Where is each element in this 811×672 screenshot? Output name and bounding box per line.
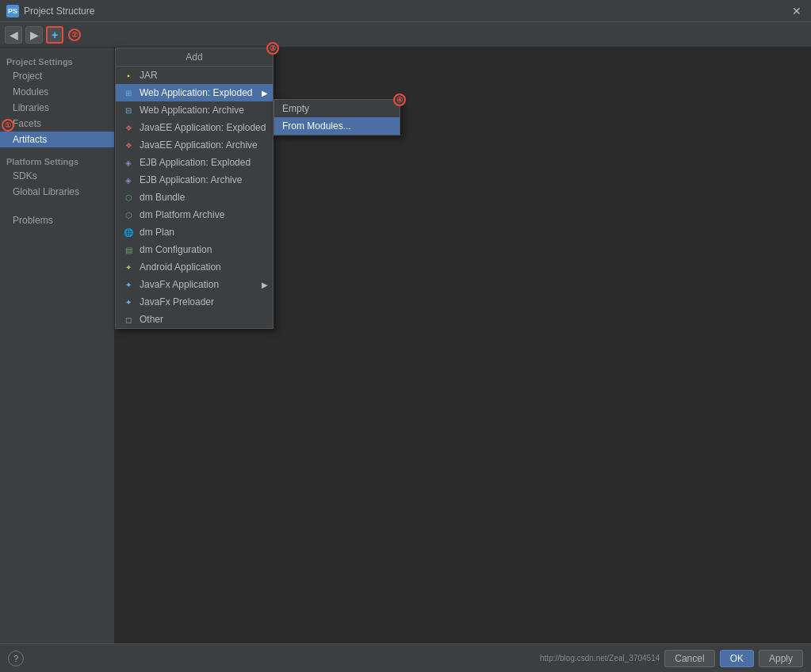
main-layout: ① Project Settings Project Modules Libra…: [0, 48, 811, 643]
add-artifact-button[interactable]: +: [46, 26, 63, 44]
menu-item-dm-config[interactable]: ▤ dm Configuration: [116, 241, 273, 258]
android-icon: ✦: [122, 261, 135, 273]
annotation-1: ①: [2, 119, 14, 132]
back-icon: ◀: [10, 29, 18, 41]
dm-bundle-icon: ⬡: [122, 191, 135, 204]
web-exploded-icon: ⊞: [122, 86, 135, 99]
annotation-3: ③: [266, 42, 279, 55]
menu-item-dm-platform[interactable]: ⬡ dm Platform Archive: [116, 206, 273, 223]
sidebar-item-problems[interactable]: Problems: [0, 212, 114, 228]
submenu-arrow: ▶: [262, 89, 268, 97]
url-text: http://blog.csdn.net/Zeal_3704514: [540, 654, 660, 662]
dm-plan-icon: 🌐: [122, 226, 135, 239]
forward-button[interactable]: ▶: [25, 26, 43, 44]
menu-item-dm-bundle[interactable]: ⬡ dm Bundle: [116, 189, 273, 206]
menu-item-dm-plan[interactable]: 🌐 dm Plan: [116, 223, 273, 241]
web-exploded-submenu: ④ Empty From Modules...: [274, 99, 400, 136]
title-bar-left: PS Project Structure: [6, 5, 94, 17]
menu-item-jar[interactable]: ▪ JAR: [116, 67, 273, 84]
add-icon: +: [52, 29, 58, 41]
menu-item-other[interactable]: ◻ Other: [116, 311, 273, 328]
sidebar-item-sdks[interactable]: SDKs: [0, 168, 114, 184]
menu-item-android[interactable]: ✦ Android Application: [116, 258, 273, 276]
other-icon: ◻: [122, 313, 135, 326]
back-button[interactable]: ◀: [5, 26, 22, 44]
cancel-button[interactable]: Cancel: [664, 650, 714, 667]
menu-item-javafx-preloader[interactable]: ✦ JavaFx Preloader: [116, 293, 273, 311]
javafx-arrow: ▶: [262, 281, 268, 289]
sidebar-item-modules[interactable]: Modules: [0, 84, 114, 100]
javaee-exploded-icon: ❖: [122, 121, 135, 134]
apply-button[interactable]: Apply: [759, 650, 803, 667]
sidebar-item-facets[interactable]: Facets: [0, 116, 114, 132]
submenu-item-empty[interactable]: Empty: [274, 100, 400, 117]
sidebar-item-global-libraries[interactable]: Global Libraries: [0, 184, 114, 200]
platform-settings-heading: Platform Settings: [0, 154, 114, 168]
dm-platform-icon: ⬡: [122, 208, 135, 221]
annotation-2: ②: [68, 29, 81, 41]
javafx-preloader-icon: ✦: [122, 296, 135, 308]
sidebar-item-project[interactable]: Project: [0, 68, 114, 84]
dropdown-header: Add ③: [116, 48, 273, 67]
menu-item-javaee-archive[interactable]: ❖ JavaEE Application: Archive: [116, 136, 273, 154]
javafx-icon: ✦: [122, 278, 135, 291]
sidebar-item-artifacts[interactable]: Artifacts: [0, 132, 114, 147]
bottom-left: ?: [8, 651, 24, 666]
sidebar-item-libraries[interactable]: Libraries: [0, 100, 114, 116]
sidebar: ① Project Settings Project Modules Libra…: [0, 48, 115, 643]
annotation-4: ④: [393, 94, 406, 106]
menu-item-ejb-archive[interactable]: ◈ EJB Application: Archive: [116, 171, 273, 189]
ejb-archive-icon: ◈: [122, 174, 135, 186]
content-area: Add ③ ▪ JAR ⊞ Web Application: Exploded …: [115, 48, 811, 643]
title-bar: PS Project Structure ✕: [0, 0, 811, 22]
web-archive-icon: ⊟: [122, 104, 135, 116]
app-icon: PS: [6, 5, 19, 17]
jar-icon: ▪: [122, 69, 135, 82]
menu-item-ejb-exploded[interactable]: ◈ EJB Application: Exploded: [116, 154, 273, 171]
add-dropdown-menu: Add ③ ▪ JAR ⊞ Web Application: Exploded …: [115, 48, 274, 329]
project-settings-heading: Project Settings: [0, 54, 114, 68]
window-title: Project Structure: [24, 6, 94, 17]
ejb-exploded-icon: ◈: [122, 156, 135, 169]
toolbar: ◀ ▶ + ②: [0, 22, 811, 48]
bottom-bar: ? http://blog.csdn.net/Zeal_3704514 Canc…: [0, 643, 811, 672]
submenu-item-from-modules[interactable]: From Modules...: [274, 117, 400, 135]
help-button[interactable]: ?: [8, 651, 24, 666]
dm-config-icon: ▤: [122, 243, 135, 256]
close-button[interactable]: ✕: [789, 3, 805, 19]
menu-item-web-exploded[interactable]: ⊞ Web Application: Exploded ▶: [116, 84, 273, 101]
menu-item-web-archive[interactable]: ⊟ Web Application: Archive: [116, 101, 273, 119]
menu-item-javaee-exploded[interactable]: ❖ JavaEE Application: Exploded: [116, 119, 273, 136]
forward-icon: ▶: [30, 29, 39, 41]
javaee-archive-icon: ❖: [122, 139, 135, 151]
bottom-right: http://blog.csdn.net/Zeal_3704514 Cancel…: [540, 650, 803, 667]
menu-item-javafx[interactable]: ✦ JavaFx Application ▶: [116, 276, 273, 293]
ok-button[interactable]: OK: [720, 650, 754, 667]
